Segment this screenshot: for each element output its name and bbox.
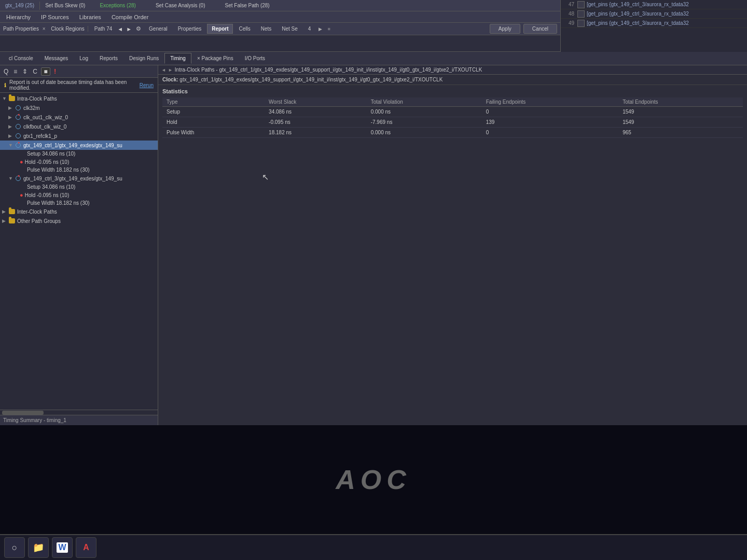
search-icon[interactable]: Q: [2, 67, 10, 76]
error-icon-btn[interactable]: !: [52, 67, 58, 76]
apply-button[interactable]: Apply: [490, 24, 520, 34]
tab-menu[interactable]: ≡: [325, 26, 332, 32]
tab-general[interactable]: General: [144, 24, 172, 34]
top-item-0[interactable]: gtx_149 (25): [3, 2, 36, 9]
arrow-clkfbout: ▶: [8, 124, 15, 129]
sort-icon[interactable]: ⇕: [21, 67, 29, 76]
right-num-1: 48: [563, 11, 577, 17]
taskbar-search[interactable]: ○: [4, 537, 25, 558]
tree-item-hold-1[interactable]: ● Hold -0.095 ns (10): [0, 158, 158, 166]
warning-bar: ℹ Report is out of date because timing d…: [0, 78, 158, 93]
tree-item-hold-3[interactable]: ● Hold -0.095 ns (10): [0, 191, 158, 199]
tree-item-setup-3[interactable]: Setup 34.086 ns (10): [0, 183, 158, 191]
tree-item-gtx1-refclk[interactable]: ▶ gtx1_refclk1_p: [0, 131, 158, 141]
tree-item-gtx149-ctrl3[interactable]: ▼ ● gtx_149_ctrl_3/gtx_149_exdes/gtx_149…: [0, 174, 158, 183]
settings-icon[interactable]: ⚙: [136, 25, 141, 32]
clock-regions-tab[interactable]: Clock Regions: [51, 26, 84, 32]
tab-properties[interactable]: Properties: [173, 24, 206, 34]
rerun-link[interactable]: Rerun: [140, 82, 154, 88]
right-checkbox-2[interactable]: [577, 20, 585, 27]
tree-item-clk-out1[interactable]: ▶ ● clk_out1_clk_wiz_0: [0, 113, 158, 122]
tab-report[interactable]: Report: [207, 24, 233, 34]
error-hold-1: ●: [20, 159, 23, 165]
menu-bar: Hierarchy IP Sources Libraries Compile O…: [0, 11, 560, 23]
tree-item-clk32m[interactable]: ▶ clk32m: [0, 103, 158, 113]
total-viol-setup: 0.000 ns: [367, 107, 482, 117]
taskbar-explorer[interactable]: 📁: [28, 537, 49, 558]
right-checkbox-1[interactable]: [577, 10, 585, 18]
folder-taskbar-icon: 📁: [33, 542, 44, 553]
failing-ep-hold: 139: [482, 117, 619, 128]
other-label: Other Path Groups: [17, 218, 61, 224]
warning-text: Report is out of date because timing dat…: [9, 79, 136, 91]
worst-slack-setup: 34.086 ns: [265, 107, 367, 117]
nav-back[interactable]: ◄: [117, 26, 123, 32]
tab-expand[interactable]: ▶: [316, 26, 324, 32]
tab-design-runs[interactable]: Design Runs: [123, 53, 164, 64]
worst-slack-pulse: 18.182 ns: [265, 128, 367, 138]
path-props-label: Path Properties × Clock Regions: [3, 26, 88, 32]
tree-item-pulse-1[interactable]: Pulse Width 18.182 ns (30): [0, 166, 158, 174]
table-row-setup[interactable]: Setup 34.086 ns 0.000 ns 0 1549: [162, 107, 743, 117]
tree-item-clkfbout[interactable]: ▶ clkfbout_clk_wiz_0: [0, 122, 158, 131]
error-hold-3: ●: [20, 192, 23, 198]
type-pulse: Pulse Width: [162, 128, 265, 138]
breadcrumb-forward[interactable]: ►: [168, 67, 173, 73]
breadcrumb-bar: ◄ ► Intra-Clock Paths - gtx_149_ctrl_1/g…: [158, 65, 747, 75]
refresh-icon[interactable]: C: [31, 67, 39, 76]
total-ep-setup: 1549: [618, 107, 743, 117]
breadcrumb-path: Intra-Clock Paths - gtx_149_ctrl_1/gtx_1…: [175, 67, 482, 73]
worst-slack-hold: -0.095 ns: [265, 117, 367, 128]
tab-netse[interactable]: Net Se: [277, 24, 302, 34]
tab-messages[interactable]: Messages: [39, 53, 74, 64]
taskbar: ○ 📁 W A: [0, 534, 747, 560]
constraint-case-analysis[interactable]: Set Case Analysis (0): [148, 2, 208, 9]
taskbar-app[interactable]: A: [76, 537, 96, 558]
tab-console[interactable]: cl Console: [3, 53, 39, 64]
top-toolbar: gtx_149 (25) Set Bus Skew (0) Exceptions…: [0, 0, 560, 11]
tab-package-pins[interactable]: × Package Pins: [191, 53, 239, 64]
tab-reports[interactable]: Reports: [94, 53, 123, 64]
sep-1: [39, 2, 40, 10]
cancel-button[interactable]: Cancel: [523, 24, 557, 34]
menu-ip-sources[interactable]: IP Sources: [38, 13, 72, 21]
tab-timing[interactable]: Timing: [164, 53, 191, 64]
gtx149-1-icon: ●: [15, 142, 22, 149]
hold-1-label: Hold -0.095 ns (10): [25, 159, 70, 165]
tab-nets[interactable]: Nets: [256, 24, 276, 34]
filter-icon[interactable]: ≡: [12, 67, 19, 76]
tab-cells[interactable]: Cells: [234, 24, 255, 34]
tree-item-setup-1[interactable]: Setup 34.086 ns (10): [0, 150, 158, 158]
right-checkbox-0[interactable]: [577, 1, 585, 8]
h-scroll[interactable]: [0, 410, 158, 415]
intra-folder-icon: [8, 95, 16, 102]
tree-item-intra-clock[interactable]: ▼ Intra-Clock Paths: [0, 94, 158, 103]
tree-item-gtx149-ctrl1[interactable]: ▼ ● gtx_149_ctrl_1/gtx_149_exdes/gtx_149…: [0, 141, 158, 150]
clkfbout-label: clkfbout_clk_wiz_0: [23, 124, 66, 130]
breadcrumb-back[interactable]: ◄: [161, 67, 166, 73]
app-icon: A: [83, 543, 89, 552]
tree-item-other-paths[interactable]: ▶ Other Path Groups: [0, 216, 158, 226]
menu-hierarchy[interactable]: Hierarchy: [3, 13, 34, 21]
tab-4[interactable]: 4: [303, 24, 316, 34]
constraint-false-path[interactable]: Set False Path (28): [218, 2, 272, 9]
tab-io-ports[interactable]: I/O Ports: [239, 53, 271, 64]
table-row-hold[interactable]: Hold -0.095 ns -7.969 ns 139 1549: [162, 117, 743, 128]
constraint-exceptions[interactable]: Exceptions (28): [98, 2, 137, 9]
bookmark-icon[interactable]: ■: [41, 67, 50, 76]
nav-forward[interactable]: ►: [126, 26, 132, 32]
setup-1-label: Setup 34.086 ns (10): [20, 151, 75, 157]
total-viol-pulse: 0.000 ns: [367, 128, 482, 138]
tree-item-pulse-3[interactable]: Pulse Width 18.182 ns (30): [0, 199, 158, 207]
menu-compile-order[interactable]: Compile Order: [108, 13, 152, 21]
clock-info: Clock: gtx_149_ctrl_1/gtx_149_exdes/gtx_…: [158, 75, 747, 85]
clock-label: Clock:: [162, 77, 179, 82]
tab-log[interactable]: Log: [74, 53, 94, 64]
path-props-close[interactable]: ×: [43, 26, 46, 32]
taskbar-word[interactable]: W: [52, 537, 73, 558]
constraint-bus-skew[interactable]: Set Bus Skew (0): [43, 2, 87, 9]
table-row-pulse[interactable]: Pulse Width 18.182 ns 0.000 ns 0 965: [162, 128, 743, 138]
menu-libraries[interactable]: Libraries: [76, 13, 104, 21]
tree-item-inter-clock[interactable]: ▶ Inter-Clock Paths: [0, 207, 158, 216]
inter-label: Inter-Clock Paths: [17, 209, 57, 215]
